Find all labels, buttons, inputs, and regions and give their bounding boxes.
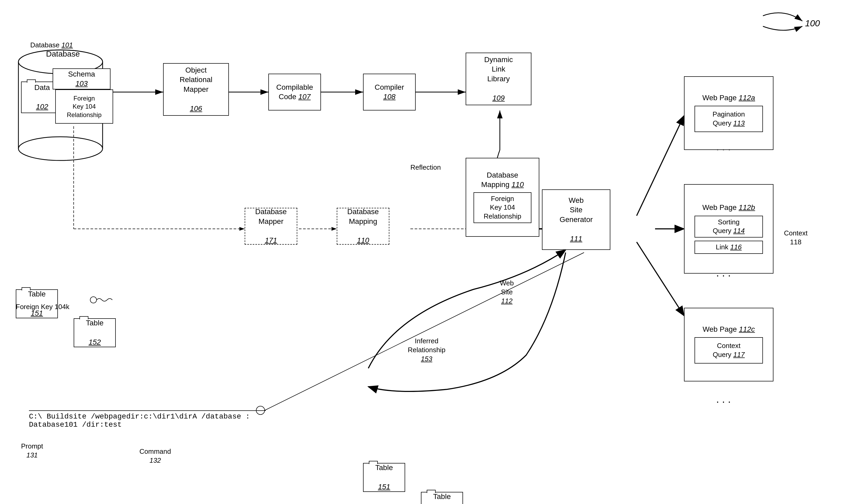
- table-152a: Table 152: [74, 318, 116, 347]
- command-text: C:\ Buildsite /webpagedir:c:\dir1\dirA /…: [29, 410, 266, 429]
- svg-line-18: [637, 242, 684, 316]
- svg-text:· · ·: · · ·: [716, 396, 731, 407]
- svg-line-24: [265, 253, 584, 410]
- svg-point-22: [90, 297, 96, 303]
- foreign-key-rel-main: ForeignKey 104Relationship: [55, 89, 113, 124]
- web-site-gen-box: WebSiteGenerator 111: [542, 190, 610, 250]
- webpage-112a: Web Page 112a PaginationQuery 113: [684, 76, 773, 150]
- svg-text:Database: Database: [46, 50, 80, 58]
- dll-box: DynamicLinkLibrary 109: [466, 53, 532, 105]
- diagram: Database .: [0, 0, 845, 504]
- web-site-label: WebSite112: [500, 279, 514, 305]
- webpage-112c: Web Page 112c ContextQuery 117: [684, 308, 773, 381]
- command-label: Command132: [140, 447, 171, 465]
- table-152b: Table 152: [421, 492, 463, 504]
- reflection-label: Reflection: [410, 163, 441, 172]
- compiler-box: Compiler108: [363, 74, 416, 110]
- svg-point-7: [18, 137, 103, 160]
- orm-box: ObjectRelationalMapper 106: [163, 63, 229, 116]
- schema-box: Schema 103: [53, 68, 110, 89]
- foreign-key-104k-label: Foreign Key 104k: [16, 303, 69, 311]
- svg-text:100: 100: [805, 18, 820, 28]
- table-151b: Table 151: [363, 463, 405, 492]
- db-mapper-box: DatabaseMapper 171: [245, 208, 297, 245]
- prompt-label: Prompt131: [21, 442, 43, 460]
- svg-text:.: .: [59, 50, 61, 58]
- database-label: Database 101: [30, 41, 73, 50]
- webpage-112b: Web Page 112b SortingQuery 114 Link 116: [684, 184, 773, 274]
- db-mapping-middle: DatabaseMapping 110: [337, 208, 389, 245]
- context-label: Context118: [784, 229, 808, 247]
- compilable-code-box: CompilableCode 107: [268, 74, 321, 110]
- svg-line-16: [637, 116, 684, 216]
- inferred-rel-label: InferredRelationship153: [408, 337, 445, 363]
- db-mapping-top: DatabaseMapping 110 ForeignKey 104Relati…: [466, 158, 539, 237]
